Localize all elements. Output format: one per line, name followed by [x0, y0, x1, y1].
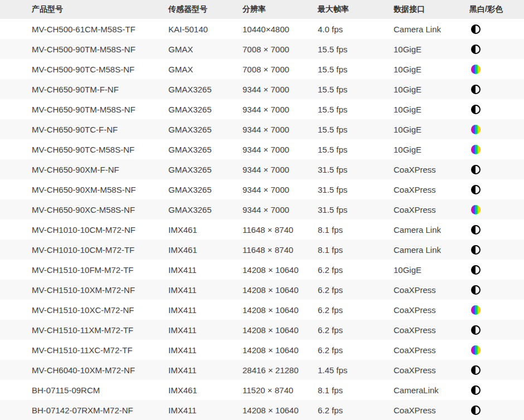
- resolution-cell: 9344 × 7000: [242, 159, 318, 179]
- data-interface-cell: 10GigE: [394, 99, 469, 119]
- max-framerate-cell: 6.2 fps: [318, 340, 394, 360]
- max-framerate-cell: 31.5 fps: [318, 179, 394, 199]
- chroma-cell: [469, 300, 524, 320]
- product-model-cell: MV-CH1010-10CM-M72-NF: [0, 219, 168, 240]
- resolution-cell: 9344 × 7000: [242, 99, 318, 119]
- resolution-cell: 28416 × 21280: [242, 360, 318, 380]
- rainbow-circle-icon: [471, 65, 481, 74]
- chroma-cell: [469, 360, 524, 380]
- table-row: MV-CH500-90TM-M58S-NF GMAX 7008 × 7000 1…: [0, 39, 524, 59]
- max-framerate-cell: 31.5 fps: [318, 159, 394, 179]
- sensor-model-cell: GMAX3265: [168, 119, 242, 139]
- sensor-model-cell: IMX411: [168, 340, 242, 360]
- column-header-resolution: 分辨率: [242, 0, 318, 19]
- product-model-cell: MV-CH650-90TC-F-NF: [0, 119, 168, 139]
- data-interface-cell: 10GigE: [394, 39, 469, 59]
- product-model-cell: MV-CH650-90TC-M58S-NF: [0, 139, 168, 159]
- resolution-cell: 9344 × 7000: [242, 179, 318, 199]
- chroma-cell: [469, 320, 524, 340]
- chroma-cell: [469, 139, 524, 159]
- chroma-cell: [469, 380, 524, 400]
- table-row: MV-CH650-90TC-F-NF GMAX3265 9344 × 7000 …: [0, 119, 524, 139]
- data-interface-cell: Camera Link: [394, 240, 469, 260]
- table-row: MV-CH1510-11XM-M72-TF IMX411 14208 × 106…: [0, 320, 524, 340]
- data-interface-cell: Camera Link: [394, 19, 469, 39]
- resolution-cell: 9344 × 7000: [242, 79, 318, 99]
- product-model-cell: MV-CH6040-10XM-M72-NF: [0, 360, 168, 380]
- rainbow-circle-icon: [471, 305, 481, 315]
- resolution-cell: 9344 × 7000: [242, 119, 318, 139]
- camera-spec-table: 产品型号 传感器型号 分辨率 最大帧率 数据接口 黑白/彩色 MV-CH500-…: [0, 0, 524, 420]
- data-interface-cell: CoaXPress: [394, 320, 469, 340]
- product-model-cell: MV-CH500-90TC-M58S-NF: [0, 59, 168, 79]
- sensor-model-cell: IMX411: [168, 360, 242, 380]
- product-model-cell: MV-CH1010-10CM-M72-TF: [0, 240, 168, 260]
- table-row: MV-CH650-90XC-M58S-NF GMAX3265 9344 × 70…: [0, 199, 524, 219]
- table-row: MV-CH1010-10CM-M72-TF IMX461 11648 × 874…: [0, 240, 524, 260]
- column-header-interface: 数据接口: [394, 0, 469, 19]
- table-row: MV-CH6040-10XM-M72-NF IMX411 28416 × 212…: [0, 360, 524, 380]
- data-interface-cell: 10GigE: [394, 260, 469, 280]
- table-row: BH-07115-09RCM IMX461 11520 × 8740 8.1 f…: [0, 380, 524, 400]
- data-interface-cell: CoaXPress: [394, 179, 469, 199]
- max-framerate-cell: 15.5 fps: [318, 39, 394, 59]
- product-model-cell: MV-CH1510-11XC-M72-TF: [0, 340, 168, 360]
- table-row: MV-CH650-90XM-M58S-NF GMAX3265 9344 × 70…: [0, 179, 524, 199]
- resolution-cell: 9344 × 7000: [242, 139, 318, 159]
- chroma-cell: [469, 19, 524, 39]
- mono-half-black-circle-icon: [471, 245, 481, 255]
- table-row: MV-CH650-90TC-M58S-NF GMAX3265 9344 × 70…: [0, 139, 524, 159]
- column-header-framerate: 最大帧率: [318, 0, 394, 19]
- mono-half-black-circle-icon: [471, 25, 481, 34]
- max-framerate-cell: 6.2 fps: [318, 320, 394, 340]
- rainbow-circle-icon: [471, 345, 481, 355]
- chroma-cell: [469, 119, 524, 139]
- max-framerate-cell: 6.2 fps: [318, 280, 394, 300]
- product-model-cell: MV-CH1510-10XC-M72-NF: [0, 300, 168, 320]
- data-interface-cell: CoaXPress: [394, 400, 469, 420]
- chroma-cell: [469, 79, 524, 99]
- table-row: MV-CH1510-10XM-M72-NF IMX411 14208 × 106…: [0, 280, 524, 300]
- sensor-model-cell: GMAX3265: [168, 159, 242, 179]
- resolution-cell: 7008 × 7000: [242, 39, 318, 59]
- resolution-cell: 14208 × 10640: [242, 340, 318, 360]
- sensor-model-cell: GMAX: [168, 39, 242, 59]
- mono-half-black-circle-icon: [471, 285, 481, 295]
- data-interface-cell: 10GigE: [394, 119, 469, 139]
- data-interface-cell: 10GigE: [394, 139, 469, 159]
- chroma-cell: [469, 99, 524, 119]
- data-interface-cell: CoaXPress: [394, 300, 469, 320]
- resolution-cell: 9344 × 7000: [242, 199, 318, 219]
- chroma-cell: [469, 240, 524, 260]
- product-model-cell: MV-CH1510-10FM-M72-TF: [0, 260, 168, 280]
- sensor-model-cell: IMX411: [168, 320, 242, 340]
- chroma-cell: [469, 59, 524, 79]
- data-interface-cell: CoaXPress: [394, 340, 469, 360]
- rainbow-circle-icon: [471, 125, 481, 134]
- max-framerate-cell: 8.1 fps: [318, 240, 394, 260]
- table-row: MV-CH650-90TM-M58S-NF GMAX3265 9344 × 70…: [0, 99, 524, 119]
- data-interface-cell: CoaXPress: [394, 360, 469, 380]
- column-header-model: 产品型号: [0, 0, 168, 19]
- mono-half-black-circle-icon: [471, 385, 481, 395]
- resolution-cell: 14208 × 10640: [242, 320, 318, 340]
- max-framerate-cell: 15.5 fps: [318, 139, 394, 159]
- product-model-cell: MV-CH650-90XC-M58S-NF: [0, 199, 168, 219]
- max-framerate-cell: 8.1 fps: [318, 219, 394, 240]
- max-framerate-cell: 6.2 fps: [318, 260, 394, 280]
- sensor-model-cell: IMX411: [168, 260, 242, 280]
- product-model-cell: MV-CH1510-10XM-M72-NF: [0, 280, 168, 300]
- product-model-cell: MV-CH1510-11XM-M72-TF: [0, 320, 168, 340]
- table-row: MV-CH1510-11XC-M72-TF IMX411 14208 × 106…: [0, 340, 524, 360]
- data-interface-cell: CoaXPress: [394, 280, 469, 300]
- table-row: MV-CH500-90TC-M58S-NF GMAX 7008 × 7000 1…: [0, 59, 524, 79]
- data-interface-cell: CameraLink: [394, 380, 469, 400]
- sensor-model-cell: GMAX3265: [168, 99, 242, 119]
- table-row: MV-CH650-90TM-F-NF GMAX3265 9344 × 7000 …: [0, 79, 524, 99]
- resolution-cell: 11520 × 8740: [242, 380, 318, 400]
- sensor-model-cell: GMAX: [168, 59, 242, 79]
- resolution-cell: 14208 × 10640: [242, 260, 318, 280]
- sensor-model-cell: IMX461: [168, 219, 242, 240]
- product-model-cell: MV-CH650-90XM-M58S-NF: [0, 179, 168, 199]
- table-body: MV-CH500-61CM-M58S-TF KAI-50140 10440×48…: [0, 19, 524, 420]
